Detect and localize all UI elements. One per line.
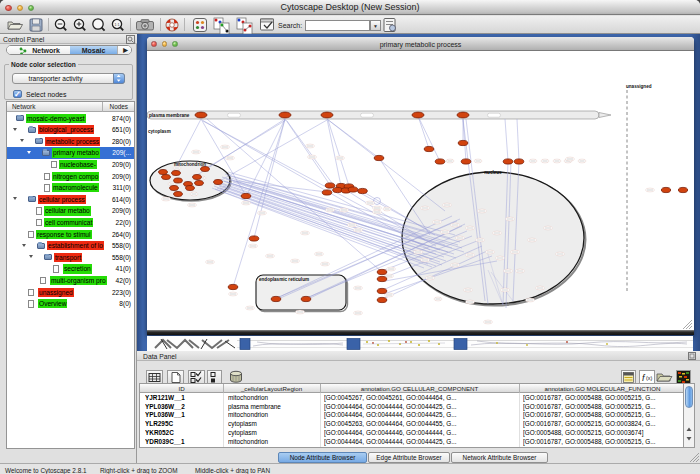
svg-text:nucleus: nucleus (484, 170, 502, 175)
svg-text:cytoplasm: cytoplasm (148, 129, 171, 134)
svg-text:endoplasmic reticulum: endoplasmic reticulum (259, 277, 309, 282)
svg-text:unassigned: unassigned (626, 84, 652, 89)
svg-text:1:1: 1:1 (115, 23, 120, 27)
svg-text:(x): (x) (646, 375, 653, 381)
svg-text:plasma membrane: plasma membrane (149, 113, 190, 118)
